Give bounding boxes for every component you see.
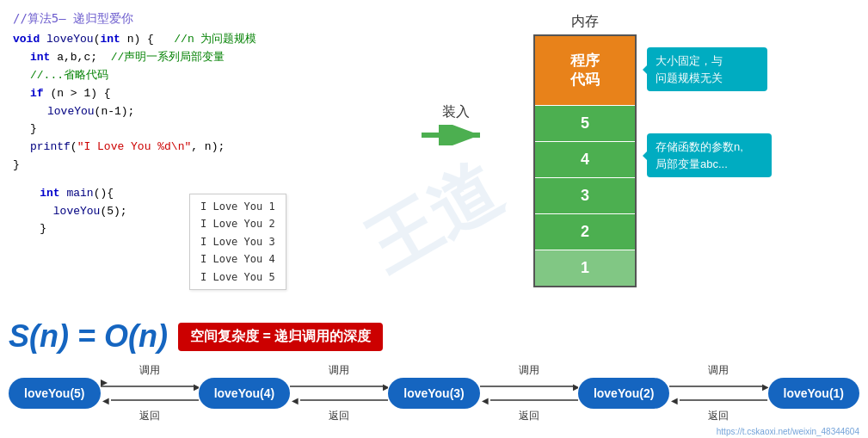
svg-text:◀: ◀ (292, 396, 299, 405)
svg-text:◀: ◀ (671, 396, 678, 405)
flow-arrow-right-1: ▶ (101, 379, 199, 393)
memory-section: 内存 程序代码 5 4 3 2 1 (533, 13, 637, 287)
mem-cell-1: 1 (535, 250, 635, 286)
code-line-7: } (30, 120, 400, 139)
code-line-8: printf("I Love You %d\n", n); (30, 139, 400, 157)
main-container: 王道 //算法5— 递归型爱你 void loveYou(int n) { //… (0, 0, 868, 438)
flow-arrow-left-4: ◀ (669, 393, 767, 407)
svg-text:◀: ◀ (482, 396, 489, 405)
output-line-3: I Love You 3 (200, 233, 275, 250)
memory-title: 内存 (533, 13, 637, 31)
call-label-2: 调用 (329, 363, 349, 378)
url-text: https://t.cskaoxi.net/weixin_48344604 (717, 427, 859, 436)
flow-node-3: loveYou(3) (388, 378, 480, 409)
code-line-9: } (13, 157, 400, 175)
mem-cell-3: 3 (535, 177, 635, 213)
svg-text:▶: ▶ (763, 382, 768, 392)
flow-arrow-left-1: ◀ (101, 393, 199, 407)
flow-connector-1: 调用 ▶ ◀ 返回 (101, 361, 199, 425)
call-label-4: 调用 (708, 363, 729, 378)
flow-arrow-left-2: ◀ (290, 393, 388, 407)
flow-node-4: loveYou(4) (199, 378, 291, 409)
output-box: I Love You 1 I Love You 2 I Love You 3 I… (189, 194, 286, 290)
code-line-4: //...省略代码 (30, 67, 400, 85)
arrow-label: 装入 (442, 103, 470, 121)
svg-text:◀: ◀ (102, 396, 109, 405)
code-line-3: int a,b,c; //声明一系列局部变量 (30, 49, 400, 67)
flow-node-5: loveYou(5) (9, 378, 101, 409)
flow-arrow-left-3: ◀ (480, 393, 578, 407)
algo-title: //算法5— 递归型爱你 (13, 9, 400, 28)
callout-stack-usage: 存储函数的参数n,局部变量abc... (647, 133, 772, 177)
output-line-2: I Love You 2 (200, 215, 275, 232)
mem-program-cell: 程序代码 (535, 36, 635, 105)
arrow-icon (422, 125, 490, 145)
flow-node-2: loveYou(2) (578, 378, 670, 409)
callout-program-size: 大小固定，与问题规模无关 (647, 47, 767, 91)
flow-node-1: loveYou(1) (768, 378, 860, 409)
mem-cell-5: 5 (535, 105, 635, 141)
formula-badge: 空间复杂度 = 递归调用的深度 (178, 323, 383, 351)
flow-connector-3: 调用 ▶ ◀ 返回 (480, 361, 578, 425)
code-line-5: if (n > 1) { (30, 85, 400, 103)
call-label-1: 调用 (139, 363, 160, 378)
output-line-5: I Love You 5 (200, 268, 275, 286)
return-label-3: 返回 (519, 409, 539, 423)
return-label-4: 返回 (708, 409, 729, 423)
memory-stack: 程序代码 5 4 3 2 1 (533, 34, 637, 287)
flow-connector-2: 调用 ▶ ◀ 返回 (290, 361, 388, 425)
return-label-2: 返回 (329, 409, 349, 423)
return-label-1: 返回 (139, 409, 160, 423)
output-line-1: I Love You 1 (200, 198, 275, 215)
call-label-3: 调用 (519, 363, 539, 378)
flow-diagram: loveYou(5) 调用 ▶ ◀ 返回 loveYou(4) 调用 ▶ ◀ 返… (0, 361, 868, 425)
code-line-6: loveYou(n-1); (47, 103, 400, 121)
flow-arrow-right-4: ▶ (669, 379, 767, 393)
mem-cell-2: 2 (535, 213, 635, 250)
output-line-4: I Love You 4 (200, 250, 275, 268)
svg-text:▶: ▶ (194, 382, 199, 392)
formula-area: S(n) = O(n) 空间复杂度 = 递归调用的深度 (9, 318, 383, 355)
mem-cell-4: 4 (535, 141, 635, 177)
code-block: //算法5— 递归型爱你 void loveYou(int n) { //n 为… (13, 9, 400, 175)
flow-arrow-right-3: ▶ (480, 379, 578, 393)
flow-arrow-right-2: ▶ (290, 379, 388, 393)
svg-text:▶: ▶ (573, 382, 578, 392)
code-line-2: void loveYou(int n) { //n 为问题规模 (13, 31, 400, 49)
formula-text: S(n) = O(n) (9, 318, 168, 355)
arrow-section: 装入 (422, 103, 490, 145)
flow-connector-4: 调用 ▶ ◀ 返回 (669, 361, 767, 425)
svg-marker-3 (101, 379, 108, 386)
